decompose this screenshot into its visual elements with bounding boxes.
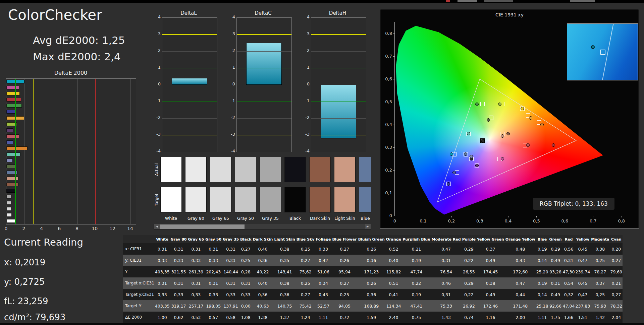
- table-cell: 0,33: [205, 255, 222, 266]
- column-header: Moderate Red: [431, 235, 462, 243]
- deltae-bar: [6, 213, 12, 217]
- delta-y-tick-label: 3: [153, 31, 161, 36]
- deltae-bar: [6, 201, 11, 205]
- swatch-actual[interactable]: [160, 157, 182, 182]
- column-header: Purple: [462, 235, 476, 243]
- cie-x-tick-label: 0,5: [530, 218, 543, 223]
- top-chrome-fragment: [484, 0, 513, 2]
- deltae-bar: [6, 86, 19, 89]
- max-de2000-value: Max dE2000: 2,4: [33, 51, 121, 63]
- table-cell: 0,47: [575, 289, 590, 300]
- target-row-label: Target: [154, 187, 160, 212]
- deltae-x-tick-label: 14: [126, 226, 134, 231]
- deltae-bar: [6, 98, 21, 102]
- swatch-target[interactable]: [334, 187, 356, 212]
- delta-y-tick-label: -2: [153, 115, 161, 120]
- table-cell: 47,74: [402, 266, 431, 277]
- table-row: Target Y403,35319,17257,17198,05137,910,…: [123, 300, 623, 312]
- table-cell: 0,36: [252, 289, 273, 300]
- deltae-threshold-line: [95, 79, 96, 224]
- table-cell: 0,31: [239, 277, 252, 289]
- cie-y-tick: [393, 34, 395, 34]
- table-cell: 0,36: [358, 255, 385, 266]
- table-cell: 0,49: [476, 255, 505, 266]
- swatch-target[interactable]: [260, 187, 281, 212]
- delta-bar: [321, 85, 356, 138]
- table-cell: 0,44: [505, 289, 536, 300]
- scrollbar-thumb[interactable]: [160, 224, 245, 229]
- table-cell: 0,20: [610, 243, 623, 255]
- delta-gridline: [311, 68, 366, 68]
- reading-y: y: 0,2725: [4, 277, 45, 287]
- table-cell: 1,38: [252, 312, 273, 323]
- swatch-target[interactable]: [160, 187, 182, 212]
- delta-gridline: [311, 118, 366, 119]
- swatch-scrollbar[interactable]: ◄ ►: [154, 224, 371, 230]
- swatch-label: Dark Skin: [309, 216, 331, 221]
- column-header: Dark Skin: [252, 235, 273, 243]
- cie-x-tick-label: 0,4: [501, 218, 515, 223]
- cie-y-tick-label: 0,4: [381, 122, 392, 127]
- deltae-x-tick-label: 0: [2, 226, 10, 231]
- swatch-actual[interactable]: [210, 157, 231, 182]
- table-cell: 0,33: [170, 255, 187, 266]
- cie-chart-title: CIE 1931 xy: [380, 12, 639, 17]
- scroll-left-button[interactable]: ◄: [154, 224, 160, 229]
- swatch-actual[interactable]: [260, 157, 281, 182]
- delta-gridline: [237, 85, 291, 85]
- swatch-target[interactable]: [185, 187, 207, 212]
- table-cell: 239,74: [575, 266, 590, 277]
- table-header: WhiteGray 80Gray 65Gray 50Gray 35BlackDa…: [123, 235, 623, 243]
- column-header: Blue Flower: [331, 235, 357, 243]
- deltae-x-tick-label: 8: [73, 226, 81, 231]
- column-header: Gray 65: [187, 235, 205, 243]
- swatch-actual[interactable]: [235, 157, 256, 182]
- colorchecker-app: ColorChecker Avg dE2000: 1,25 Max dE2000…: [0, 0, 644, 325]
- table-cell: 0,25: [296, 243, 315, 255]
- table-cell: 0,74: [462, 312, 476, 323]
- table-cell: 0,14: [536, 255, 549, 266]
- swatch-label: Gray 50: [235, 216, 256, 221]
- table-cell: 0,45: [575, 277, 590, 289]
- scroll-right-button[interactable]: ►: [365, 224, 371, 229]
- cie-x-tick: [451, 216, 452, 217]
- cie-y-tick: [393, 147, 395, 148]
- rgb-triplet-label: RGB Triplet: 0, 133, 163: [533, 198, 614, 210]
- table-cell: 0,52: [385, 243, 402, 255]
- delta-bar: [172, 78, 207, 85]
- deltae-chart-title: DeltaE 2000: [4, 70, 138, 76]
- swatch-actual[interactable]: [185, 157, 207, 182]
- table-cell: 0,33: [155, 255, 170, 266]
- swatch-target[interactable]: [235, 187, 256, 212]
- table-cell: 52,57: [315, 300, 332, 312]
- swatch-actual[interactable]: [309, 157, 331, 182]
- reading-cdm2: cd/m²: 79,693: [4, 312, 65, 322]
- row-label: Target x:CIE31: [123, 277, 155, 289]
- delta-gridline: [237, 51, 291, 52]
- swatch-target[interactable]: [210, 187, 231, 212]
- deltae-bar: [6, 207, 11, 211]
- table-cell: 0,33: [187, 289, 205, 300]
- table-cell: 47,41: [402, 300, 431, 312]
- swatch-target[interactable]: [309, 187, 331, 212]
- table-cell: 25,18: [536, 300, 549, 312]
- table-cell: 0,31: [155, 243, 170, 255]
- swatch-target[interactable]: [359, 187, 371, 212]
- table-cell: 198,05: [205, 300, 222, 312]
- delta-y-tick-label: 4: [227, 14, 235, 19]
- table-cell: 0,19: [536, 243, 549, 255]
- delta-gridline: [237, 102, 291, 102]
- table-cell: 75,33: [431, 300, 462, 312]
- swatch-actual[interactable]: [359, 157, 371, 182]
- swatch-actual[interactable]: [284, 157, 306, 182]
- deltal-plot: [162, 17, 217, 152]
- swatch-label: Blue Sky: [359, 216, 371, 221]
- swatch-actual[interactable]: [334, 157, 356, 182]
- table-cell: 75,93: [590, 300, 610, 312]
- table-cell: 403,35: [155, 300, 170, 312]
- delta-y-tick-label: 4: [153, 14, 161, 19]
- table-cell: 0,49: [548, 289, 562, 300]
- cie-measured-point: [467, 132, 470, 135]
- table-cell: 1,42: [590, 312, 610, 323]
- swatch-target[interactable]: [284, 187, 306, 212]
